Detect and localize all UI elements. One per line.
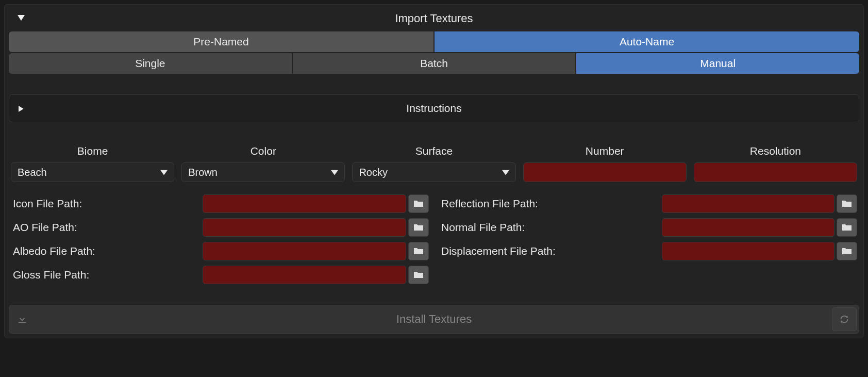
biome-value: Beach bbox=[18, 167, 47, 178]
tab-manual[interactable]: Manual bbox=[576, 53, 859, 74]
color-select[interactable]: Brown bbox=[181, 162, 345, 182]
file-path-grid: Icon File Path: Reflection File Path: AO… bbox=[9, 194, 859, 284]
folder-icon bbox=[842, 200, 852, 208]
number-label: Number bbox=[586, 145, 624, 157]
tab-pre-named[interactable]: Pre-Named bbox=[9, 31, 433, 52]
ao-path-label: AO File Path: bbox=[11, 221, 202, 234]
number-field[interactable] bbox=[523, 162, 687, 182]
chevron-down-icon bbox=[331, 167, 338, 178]
tab-row-mode: Single Batch Manual bbox=[9, 53, 859, 74]
instructions-panel[interactable]: Instructions bbox=[9, 94, 859, 122]
folder-icon bbox=[842, 223, 852, 232]
color-label: Color bbox=[251, 145, 276, 157]
install-textures-button[interactable]: Install Textures bbox=[9, 305, 859, 334]
tab-auto-name[interactable]: Auto-Name bbox=[435, 31, 859, 52]
row-albedo-path: Albedo File Path: bbox=[11, 242, 429, 260]
ao-path-browse-button[interactable] bbox=[408, 218, 429, 237]
color-value: Brown bbox=[188, 167, 218, 178]
chevron-down-icon bbox=[160, 167, 168, 178]
row-reflection-path: Reflection File Path: bbox=[439, 194, 857, 213]
reflection-path-label: Reflection File Path: bbox=[439, 198, 661, 210]
normal-path-label: Normal File Path: bbox=[439, 221, 661, 234]
resolution-field[interactable] bbox=[694, 162, 857, 182]
cat-resolution: Resolution bbox=[694, 145, 857, 182]
albedo-path-label: Albedo File Path: bbox=[11, 245, 202, 257]
download-icon bbox=[16, 314, 28, 325]
folder-icon bbox=[413, 271, 424, 279]
chevron-down-icon bbox=[502, 167, 509, 178]
normal-path-browse-button[interactable] bbox=[837, 218, 857, 237]
cat-biome: Biome Beach bbox=[11, 145, 174, 182]
displacement-path-field[interactable] bbox=[662, 242, 834, 260]
panel-title: Import Textures bbox=[14, 12, 854, 25]
surface-label: Surface bbox=[415, 145, 453, 157]
reflection-path-field[interactable] bbox=[662, 194, 834, 213]
svg-marker-0 bbox=[18, 15, 25, 21]
normal-path-field[interactable] bbox=[662, 218, 834, 237]
row-icon-path: Icon File Path: bbox=[11, 194, 429, 213]
folder-icon bbox=[413, 247, 424, 255]
surface-value: Rocky bbox=[359, 167, 388, 178]
refresh-icon bbox=[839, 314, 850, 325]
svg-marker-3 bbox=[331, 170, 338, 175]
gloss-path-field[interactable] bbox=[203, 266, 406, 284]
import-textures-panel: Import Textures Pre-Named Auto-Name Sing… bbox=[4, 4, 864, 338]
surface-select[interactable]: Rocky bbox=[352, 162, 515, 182]
svg-marker-2 bbox=[160, 170, 168, 175]
gloss-path-label: Gloss File Path: bbox=[11, 269, 202, 281]
tab-single[interactable]: Single bbox=[9, 53, 292, 74]
svg-marker-4 bbox=[502, 170, 509, 175]
tab-batch[interactable]: Batch bbox=[293, 53, 576, 74]
folder-icon bbox=[413, 223, 424, 232]
cat-surface: Surface Rocky bbox=[352, 145, 515, 182]
instructions-title: Instructions bbox=[14, 102, 854, 114]
tab-row-naming: Pre-Named Auto-Name bbox=[9, 31, 859, 52]
category-row: Biome Beach Color Brown Surface Rocky Nu… bbox=[9, 145, 859, 182]
reflection-path-browse-button[interactable] bbox=[837, 194, 857, 213]
albedo-path-browse-button[interactable] bbox=[408, 242, 429, 260]
panel-header: Import Textures bbox=[9, 9, 859, 31]
row-normal-path: Normal File Path: bbox=[439, 218, 857, 237]
displacement-path-label: Displacement File Path: bbox=[439, 245, 661, 257]
row-ao-path: AO File Path: bbox=[11, 218, 429, 237]
folder-icon bbox=[842, 247, 852, 255]
biome-label: Biome bbox=[77, 145, 108, 157]
install-textures-label: Install Textures bbox=[396, 313, 472, 326]
row-gloss-path: Gloss File Path: bbox=[11, 266, 429, 284]
expand-instructions-icon bbox=[19, 103, 25, 114]
icon-path-field[interactable] bbox=[203, 194, 406, 213]
row-displacement-path: Displacement File Path: bbox=[439, 242, 857, 260]
cat-color: Color Brown bbox=[181, 145, 345, 182]
icon-path-label: Icon File Path: bbox=[11, 198, 202, 210]
svg-marker-1 bbox=[19, 106, 24, 112]
folder-icon bbox=[413, 200, 424, 208]
refresh-button[interactable] bbox=[832, 307, 857, 331]
cat-number: Number bbox=[523, 145, 687, 182]
ao-path-field[interactable] bbox=[203, 218, 406, 237]
displacement-path-browse-button[interactable] bbox=[837, 242, 857, 260]
biome-select[interactable]: Beach bbox=[11, 162, 174, 182]
resolution-label: Resolution bbox=[750, 145, 801, 157]
albedo-path-field[interactable] bbox=[203, 242, 406, 260]
collapse-panel-icon[interactable] bbox=[16, 13, 26, 24]
icon-path-browse-button[interactable] bbox=[408, 194, 429, 213]
gloss-path-browse-button[interactable] bbox=[408, 266, 429, 284]
